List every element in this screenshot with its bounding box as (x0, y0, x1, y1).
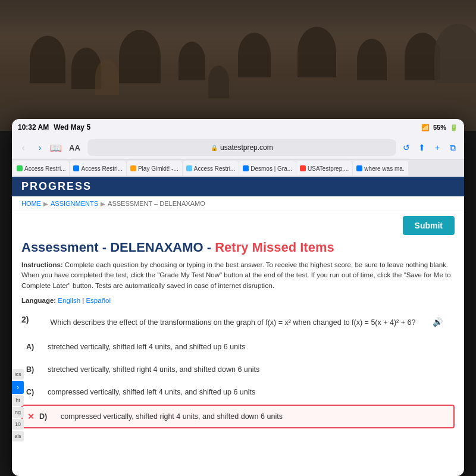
choice-d-text: compressed vertically, shifted right 4 u… (61, 412, 449, 421)
breadcrumb-assignments[interactable]: ASSIGNMENTS (51, 200, 98, 207)
choice-c-letter: C) (26, 388, 38, 396)
language-spanish[interactable]: Español (86, 297, 111, 304)
back-button[interactable]: ‹ (17, 141, 30, 154)
tab-3[interactable]: Play Gimkit! -... (127, 161, 182, 176)
tab-favicon-4 (186, 165, 192, 171)
sidebar-chevron[interactable]: › (12, 381, 24, 394)
choice-b-letter: B) (26, 365, 38, 374)
assessment-title: Assessment - DELENAXAMO - Retry Missed I… (12, 240, 464, 260)
share-button[interactable]: ⬆ (415, 141, 428, 154)
language-label: Language: (21, 297, 56, 304)
battery-display: 55% (433, 124, 446, 131)
choice-a-text: stretched vertically, shifted left 4 uni… (48, 343, 450, 351)
time-display: 10:32 AM (18, 123, 49, 131)
tab-favicon-7 (356, 165, 362, 171)
forward-button[interactable]: › (33, 141, 46, 154)
breadcrumb-sep-2: ▶ (101, 201, 105, 207)
wifi-icon: 📶 (421, 124, 430, 131)
choice-a-letter: A) (26, 343, 38, 351)
add-tab-button[interactable]: + (431, 141, 444, 154)
question-number: 2) (21, 315, 29, 324)
sidebar-tab-10[interactable]: 10 (12, 419, 24, 430)
question-text: Which describes the effect of the transf… (50, 318, 415, 327)
url-text: usatestprep.com (220, 143, 273, 152)
audio-icon[interactable]: 🔊 (433, 317, 443, 327)
tab-6[interactable]: USATestprep,... (296, 161, 352, 176)
site-header-title: PROGRESS (21, 180, 92, 192)
question-block: 2) Which describes the effect of the tra… (12, 310, 464, 333)
tab-label-2: Access Restri... (81, 165, 122, 172)
submit-button[interactable]: Submit (403, 216, 455, 235)
sidebar-tab-ics[interactable]: ics (12, 369, 24, 380)
text-size-button[interactable]: AA (65, 142, 84, 154)
tab-5[interactable]: Desmos | Gra... (239, 161, 296, 176)
choice-b-text: stretched vertically, shifted right 4 un… (48, 365, 450, 374)
tab-label-3: Play Gimkit! -... (138, 165, 178, 172)
battery-icon: 🔋 (450, 124, 458, 131)
lock-icon: 🔒 (211, 145, 218, 151)
language-english[interactable]: English (58, 297, 80, 304)
instructions-text: Complete each question by choosing or ty… (21, 261, 451, 289)
breadcrumb-sep-1: ▶ (43, 201, 48, 207)
tab-label-4: Access Restri... (194, 165, 235, 172)
tab-favicon-1 (17, 165, 23, 171)
page-content: PROGRESS HOME ▶ ASSIGNMENTS ▶ ASSESSMENT… (12, 177, 464, 476)
tab-label-1: Access Restri... (24, 165, 65, 172)
sidebar-tab-ng[interactable]: ng (12, 407, 24, 418)
reload-button[interactable]: ↺ (400, 141, 413, 154)
tab-7[interactable]: where was ma. (353, 161, 408, 176)
browser-chrome: ‹ › 📖 AA 🔒 usatestprep.com ↺ ⬆ + ⧉ (12, 136, 464, 160)
tab-label-5: Desmos | Gra... (250, 165, 292, 172)
tablet-frame: 10:32 AM Wed May 5 📶 55% 🔋 ‹ › 📖 AA 🔒 us… (12, 119, 464, 476)
tab-4[interactable]: Access Restri... (183, 161, 239, 176)
bookmarks-icon[interactable]: 📖 (50, 142, 62, 154)
breadcrumb: HOME ▶ ASSIGNMENTS ▶ ASSESSMENT – DELENA… (12, 196, 464, 211)
choices-list: A) stretched vertically, shifted left 4 … (12, 333, 464, 428)
wrong-x-icon: ✕ (27, 412, 35, 421)
tabs-bar: Access Restri... Access Restri... Play G… (12, 160, 464, 177)
instructions-block: Instructions: Complete each question by … (12, 260, 464, 295)
assessment-title-black: Assessment - DELENAXAMO - (21, 240, 211, 255)
tab-label-6: USATestprep,... (308, 165, 349, 172)
tab-favicon-5 (243, 165, 249, 171)
sidebar-tab-als[interactable]: als (12, 431, 24, 441)
choice-c-text: compressed vertically, shifted left 4 un… (48, 388, 450, 396)
tab-favicon-2 (73, 165, 79, 171)
left-sidebar: ics › ht ng 10 als (12, 369, 24, 441)
tab-2[interactable]: Access Restri... (70, 161, 126, 176)
tab-1[interactable]: Access Restri... (13, 161, 69, 176)
tab-favicon-6 (300, 165, 306, 171)
assessment-title-red: Retry Missed Items (215, 240, 334, 255)
choice-d[interactable]: ✕ D) compressed vertically, shifted righ… (21, 405, 455, 428)
tab-label-7: where was ma. (364, 165, 404, 172)
language-line: Language: English | Español (12, 295, 464, 310)
date-display: Wed May 5 (54, 123, 90, 131)
url-bar[interactable]: 🔒 usatestprep.com (87, 139, 396, 156)
choice-b[interactable]: B) stretched vertically, shifted right 4… (21, 359, 455, 380)
instructions-label: Instructions: (21, 261, 63, 268)
choice-d-letter: D) (39, 412, 51, 421)
background-photo (0, 0, 476, 131)
tabs-overview-button[interactable]: ⧉ (446, 141, 459, 154)
tab-favicon-3 (130, 165, 136, 171)
status-bar: 10:32 AM Wed May 5 📶 55% 🔋 (12, 119, 464, 136)
sidebar-tab-ht[interactable]: ht (12, 395, 24, 406)
choice-a[interactable]: A) stretched vertically, shifted left 4 … (21, 337, 455, 357)
site-header: PROGRESS (12, 177, 464, 196)
choice-c[interactable]: C) compressed vertically, shifted left 4… (21, 382, 455, 402)
breadcrumb-home[interactable]: HOME (21, 200, 41, 207)
submit-area: Submit (12, 211, 464, 240)
breadcrumb-current: ASSESSMENT – DELENAXAMO (108, 200, 205, 207)
